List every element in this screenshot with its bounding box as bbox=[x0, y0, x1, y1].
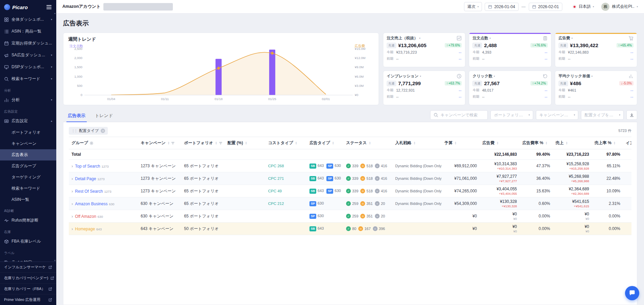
sidebar-item[interactable]: FBA 在庫レベル bbox=[0, 235, 56, 247]
group-name-link[interactable]: Off Amazon bbox=[75, 214, 96, 219]
sidebar-item[interactable]: 分析▾ bbox=[0, 94, 56, 106]
filter-select-0[interactable]: ポートフォリオを...▾ bbox=[490, 110, 533, 120]
sidebar-item[interactable]: Rufus簡単診断 bbox=[0, 214, 56, 226]
sidebar-subitem[interactable]: キャンペーン bbox=[0, 138, 56, 149]
column-header-campaign[interactable]: キャンペーン▲▼ bbox=[138, 137, 181, 149]
placement-type-chip[interactable]: 配置タイプ bbox=[69, 127, 108, 135]
detail-link[interactable]: -- bbox=[630, 51, 633, 54]
column-header-portfolio[interactable]: ポートフォリオ▲▼ bbox=[181, 137, 225, 149]
sidebar-subitem[interactable]: ポートフォリオ bbox=[0, 127, 56, 138]
expand-chevron-icon[interactable]: › bbox=[72, 189, 73, 194]
column-header-bidding[interactable]: 入札戦略▲▼ bbox=[393, 137, 442, 149]
detail-link[interactable]: -- bbox=[630, 89, 633, 92]
group-name-link[interactable]: Homepage bbox=[75, 227, 95, 231]
group-name-link[interactable]: Rest Of Search bbox=[75, 189, 103, 194]
expand-chevron-icon[interactable]: › bbox=[72, 164, 73, 169]
table-row[interactable]: ›Rest Of Search12731273 キャンペーン65 ポートフォリオ… bbox=[69, 185, 631, 197]
expand-chevron-icon[interactable]: › bbox=[72, 226, 73, 231]
filter-select-1[interactable]: キャンペーンを選択▾ bbox=[536, 110, 579, 120]
sidebar-footer-link[interactable]: Prime Video 広告運用 bbox=[0, 294, 56, 305]
chevron-down-icon[interactable]: ▾ bbox=[489, 37, 491, 40]
sidebar-item[interactable]: 全体ダッシュボ...▾ bbox=[0, 14, 56, 25]
chevron-down-icon[interactable]: ▾ bbox=[419, 37, 421, 40]
sidebar-footer-link[interactable]: インフルエンサーマーケ bbox=[0, 262, 56, 273]
expand-chevron-icon[interactable]: › bbox=[72, 176, 73, 181]
sort-icon[interactable]: ▲▼ bbox=[245, 141, 247, 145]
detail-link[interactable]: -- bbox=[459, 95, 462, 99]
detail-link[interactable]: -- bbox=[459, 89, 462, 92]
sort-icon[interactable]: ▲▼ bbox=[455, 141, 457, 145]
sidebar-footer-link[interactable]: 在庫リカバリー（FBA） bbox=[0, 284, 56, 294]
sidebar-subitem-active[interactable]: 広告表示 bbox=[0, 149, 56, 160]
sidebar-item[interactable]: SA広告ダッシュ...▾ bbox=[0, 49, 56, 61]
date-to-picker[interactable]: 2026-02-01 bbox=[529, 3, 562, 11]
sort-icon[interactable]: ▲▼ bbox=[332, 141, 334, 145]
sidebar-item[interactable]: 検索キーワード▾ bbox=[0, 73, 56, 85]
chip-remove-icon[interactable] bbox=[101, 129, 105, 133]
chevron-down-icon[interactable]: ▾ bbox=[591, 75, 593, 78]
tab-trend[interactable]: トレンド bbox=[90, 110, 118, 122]
table-row[interactable]: ›Off Amazon630630 キャンペーン65 ポートフォリオSP630✓… bbox=[69, 210, 631, 223]
sort-icon[interactable]: ▲▼ bbox=[215, 141, 217, 145]
sidebar-item[interactable]: DSPダッシュボ...▾ bbox=[0, 61, 56, 73]
column-header-sales_rate[interactable]: 売上率 %▲▼ bbox=[592, 137, 623, 149]
account-name-field[interactable] bbox=[103, 3, 173, 11]
column-header-group[interactable]: グループ bbox=[69, 137, 138, 149]
table-row[interactable]: ›Amazon Business630630 キャンペーン65 ポートフォリオC… bbox=[69, 197, 631, 210]
table-row[interactable]: ›Top of Search12731273 キャンペーン65 ポートフォリオC… bbox=[69, 160, 631, 172]
column-header-impressions[interactable]: インプレッション▲▼ bbox=[623, 137, 631, 149]
picaro-logo[interactable]: Picaro bbox=[4, 4, 28, 10]
expand-chevron-icon[interactable]: › bbox=[72, 201, 73, 206]
download-button[interactable] bbox=[626, 110, 637, 120]
sidebar-subitem[interactable]: 広告グループ bbox=[0, 160, 56, 172]
detail-link[interactable]: -- bbox=[630, 95, 633, 99]
group-name-link[interactable]: Detail Page bbox=[75, 176, 96, 181]
detail-link[interactable]: -- bbox=[545, 89, 548, 92]
search-input[interactable] bbox=[440, 113, 484, 117]
sort-icon[interactable]: ▲▼ bbox=[566, 141, 568, 145]
column-header-ad_spend_rate[interactable]: 広告費率 %▲▼ bbox=[520, 137, 553, 149]
column-header-ad_spend[interactable]: 広告費▲▼ bbox=[480, 137, 520, 149]
detail-link[interactable]: -- bbox=[545, 51, 548, 54]
period-select[interactable]: 週次 ▾ bbox=[464, 2, 482, 11]
column-header-placement[interactable]: 配置 (%)▲▼ bbox=[225, 137, 265, 149]
gear-icon[interactable] bbox=[89, 141, 94, 145]
detail-link[interactable]: -- bbox=[459, 57, 462, 61]
column-header-budget[interactable]: 予算▲▼ bbox=[442, 137, 480, 149]
filter-icon[interactable] bbox=[171, 141, 175, 145]
chat-button[interactable] bbox=[625, 286, 639, 300]
sidebar-item[interactable]: 定期お得便ダッシュ... bbox=[0, 37, 56, 49]
sort-icon[interactable]: ▲▼ bbox=[369, 141, 371, 145]
sidebar-subitem[interactable]: ターゲティング bbox=[0, 172, 56, 183]
sort-icon[interactable]: ▲▼ bbox=[414, 141, 416, 145]
sidebar-item[interactable]: ASIN：商品一覧 bbox=[0, 25, 56, 37]
sidebar-scroll-up-icon[interactable]: ▲ bbox=[54, 12, 56, 14]
sort-icon[interactable]: ▲▼ bbox=[497, 141, 499, 145]
sort-icon[interactable]: ▲▼ bbox=[545, 141, 547, 145]
chevron-down-icon[interactable]: ▾ bbox=[571, 37, 573, 40]
column-header-ad_type[interactable]: 広告タイプ▲▼ bbox=[307, 137, 343, 149]
chevron-down-icon[interactable]: ▾ bbox=[420, 75, 421, 78]
filter-icon[interactable] bbox=[219, 141, 223, 145]
detail-link[interactable]: -- bbox=[630, 57, 633, 61]
sort-icon[interactable]: ▲▼ bbox=[295, 141, 297, 145]
expand-chevron-icon[interactable]: › bbox=[72, 214, 73, 219]
chevron-down-icon[interactable]: ▾ bbox=[494, 75, 495, 78]
detail-link[interactable]: -- bbox=[459, 51, 462, 54]
sidebar-item[interactable]: ラベル設定 bbox=[0, 256, 56, 262]
group-name-link[interactable]: Top of Search bbox=[75, 164, 100, 169]
detail-link[interactable]: -- bbox=[545, 95, 548, 99]
account-menu[interactable]: 株 株式会社PI.. ▾ bbox=[601, 3, 638, 11]
date-from-picker[interactable]: 2026-01-04 bbox=[485, 3, 518, 11]
sidebar-subitem[interactable]: 検索キーワード bbox=[0, 183, 56, 194]
tab-ad-display[interactable]: 広告表示 bbox=[63, 110, 90, 122]
sidebar-scroll-down-icon[interactable]: ▼ bbox=[54, 260, 56, 262]
column-header-sales[interactable]: 売上▲▼ bbox=[553, 137, 592, 149]
detail-link[interactable]: -- bbox=[545, 57, 548, 61]
language-select[interactable]: 日本語 ▾ bbox=[572, 4, 594, 9]
menu-toggle-button[interactable] bbox=[46, 4, 52, 10]
sidebar-footer-link[interactable]: 在庫リカバリー(ベンダー) bbox=[0, 273, 56, 284]
column-header-cost_type[interactable]: コストタイプ▲▼ bbox=[265, 137, 307, 149]
table-scroll[interactable]: グループキャンペーン▲▼ポートフォリオ▲▼配置 (%)▲▼コストタイプ▲▼広告タ… bbox=[69, 137, 631, 305]
drag-handle-icon[interactable] bbox=[72, 129, 77, 133]
